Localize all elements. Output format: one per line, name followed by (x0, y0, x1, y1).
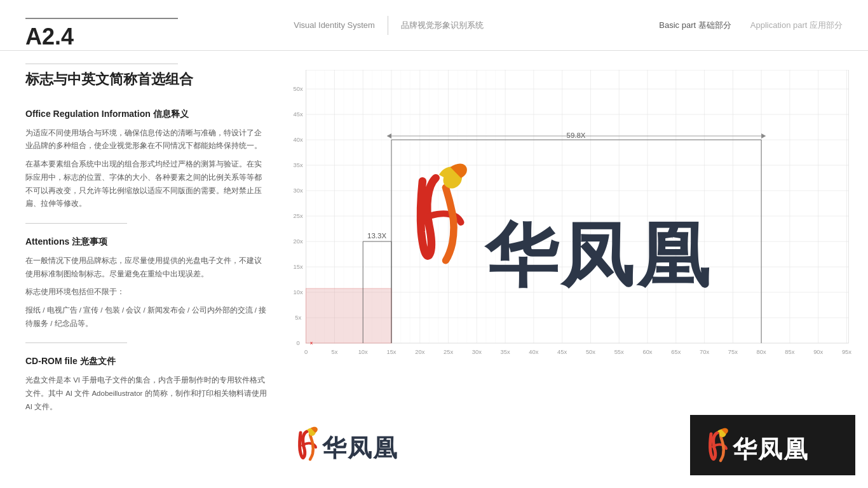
svg-text:85x: 85x (785, 349, 795, 355)
svg-text:20x: 20x (415, 349, 425, 355)
svg-text:90x: 90x (813, 349, 824, 355)
svg-text:45x: 45x (557, 349, 567, 355)
svg-text:59.8X: 59.8X (567, 132, 586, 139)
svg-text:30x: 30x (294, 187, 304, 194)
svg-text:15x: 15x (386, 349, 397, 355)
grid-svg: 0 5x 10x 15x 20x 25x 30x 35x 40x 45x 50x… (280, 70, 855, 369)
svg-text:60x: 60x (642, 349, 653, 355)
office-regulation-body1: 为适应不同使用场合与环境，确保信息传达的清晰与准确，特设计了企业品牌的多种组合，… (25, 126, 267, 152)
svg-text:华凤凰: 华凤凰 (732, 436, 809, 463)
svg-text:35x: 35x (501, 349, 511, 355)
right-panel: 0 5x 10x 15x 20x 25x 30x 35x 40x 45x 50x… (280, 70, 855, 475)
left-panel: 标志与中英文简称首选组合 Office Regulation Informati… (25, 70, 267, 475)
header-vi-label: Visual Identity System (294, 20, 375, 30)
logo-light-svg: 华凤凰 (292, 423, 445, 468)
header-divider (388, 16, 388, 35)
svg-text:华凤凰: 华凤凰 (322, 435, 398, 461)
logo-showcase: 华凤凰 华凤凰 (280, 415, 855, 475)
svg-text:0: 0 (297, 340, 300, 346)
logo-light-version: 华凤凰 (280, 415, 690, 475)
header: Visual Identity System 品牌视觉形象识别系统 Basic … (0, 0, 868, 51)
basic-part-label: Basic part 基础部分 (659, 20, 731, 31)
office-regulation-body2: 在基本要素组合系统中出现的组合形式均经过严格的测算与验证。在实际应用中，标志的位… (25, 158, 267, 210)
svg-text:30x: 30x (472, 349, 482, 355)
cdrom-title: CD-ROM file 光盘文件 (25, 356, 267, 367)
cdrom-body: 光盘文件是本 VI 手册电子文件的集合，内含手册制作时的专用软件格式文件。其中 … (25, 374, 267, 413)
attentions-body2: 标志使用环境包括但不限于： (25, 285, 267, 299)
svg-text:55x: 55x (614, 349, 625, 355)
attentions-title: Attentions 注意事项 (25, 236, 267, 248)
section-divider-2 (25, 342, 127, 343)
svg-text:5x: 5x (295, 315, 301, 321)
svg-text:40x: 40x (529, 349, 539, 355)
office-regulation-title: Office Regulation Information 信息释义 (25, 109, 267, 120)
svg-text:45x: 45x (294, 111, 304, 118)
header-center: Visual Identity System 品牌视觉形象识别系统 (207, 16, 571, 35)
svg-text:50x: 50x (294, 86, 304, 92)
svg-text:20x: 20x (294, 238, 304, 245)
app-part-label: Application part 应用部分 (750, 20, 843, 31)
page-number: A2.4 (25, 25, 74, 48)
svg-text:80x: 80x (757, 349, 767, 355)
svg-text:75x: 75x (728, 349, 738, 355)
svg-text:x: x (310, 340, 313, 346)
page-bottom-line (25, 64, 178, 64)
svg-text:70x: 70x (700, 349, 710, 355)
svg-rect-84 (306, 288, 391, 343)
svg-text:50x: 50x (586, 349, 596, 355)
page-top-line (25, 18, 178, 19)
header-right: Basic part 基础部分 Application part 应用部分 (570, 20, 843, 31)
svg-text:10x: 10x (358, 349, 369, 355)
svg-text:35x: 35x (294, 162, 304, 168)
svg-text:25x: 25x (294, 213, 304, 219)
svg-text:13.3X: 13.3X (367, 232, 386, 240)
svg-text:95x: 95x (842, 349, 852, 355)
section-title: 标志与中英文简称首选组合 (25, 70, 267, 90)
attentions-body1: 在一般情况下使用品牌标志，应尽量使用提供的光盘电子文件，不建议使用标准制图绘制标… (25, 254, 267, 280)
svg-text:25x: 25x (444, 349, 454, 355)
svg-text:0: 0 (304, 349, 308, 355)
logo-dark-svg: 华凤凰 (703, 424, 843, 466)
svg-text:40x: 40x (294, 137, 304, 143)
svg-text:15x: 15x (294, 264, 304, 270)
svg-text:65x: 65x (671, 349, 681, 355)
grid-chart: 0 5x 10x 15x 20x 25x 30x 35x 40x 45x 50x… (280, 70, 855, 369)
svg-text:5x: 5x (331, 349, 337, 355)
section-divider-1 (25, 223, 127, 224)
attentions-body3: 报纸 / 电视广告 / 宣传 / 包装 / 会议 / 新闻发布会 / 公司内外部… (25, 304, 267, 330)
header-cn-label: 品牌视觉形象识别系统 (401, 20, 484, 31)
svg-text:10x: 10x (294, 289, 304, 295)
svg-text:华凤凰: 华凤凰 (484, 216, 712, 294)
logo-dark-version: 华凤凰 (690, 415, 855, 475)
